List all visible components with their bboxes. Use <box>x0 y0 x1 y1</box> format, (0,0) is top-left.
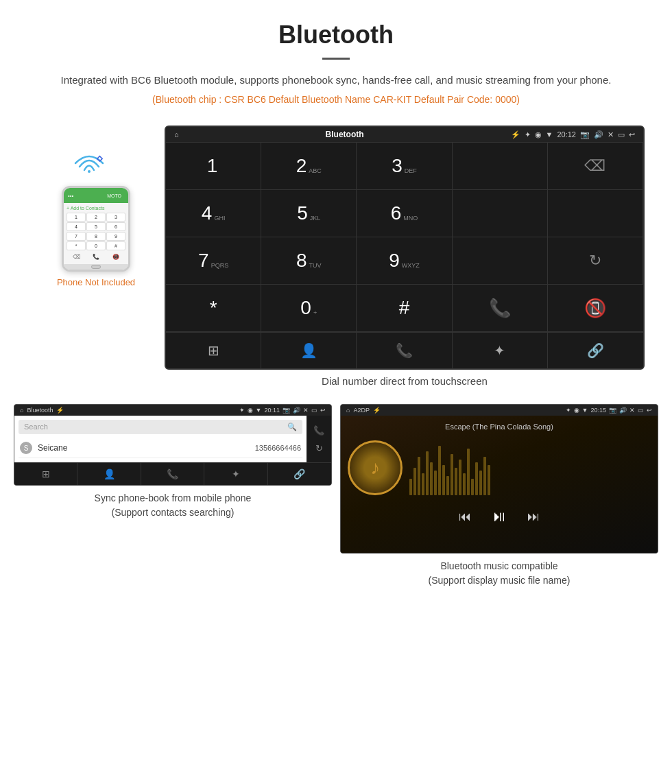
car-app-name: Bluetooth <box>326 130 364 139</box>
dial-call-green[interactable]: 📞 <box>453 285 548 332</box>
viz-bar-6 <box>430 462 433 495</box>
pb-tool-phone[interactable]: 📞 <box>141 463 204 485</box>
dial-key-0[interactable]: 0 + <box>261 285 357 332</box>
phone-end-btn-red: 📵 <box>112 254 119 260</box>
search-placeholder: Search <box>24 423 48 431</box>
pb-screen-icon: ▭ <box>311 407 317 414</box>
dial-key-9[interactable]: 9 WXYZ <box>357 237 452 285</box>
phonebook-search-bar[interactable]: Search 🔍 <box>19 420 302 434</box>
toolbar-link-btn[interactable]: 🔗 <box>548 333 643 368</box>
car-toolbar: ⊞ 👤 📞 ✦ 🔗 <box>166 332 643 368</box>
music-screenshot-item: ⌂ A2DP ⚡ ✦ ◉ ▼ 20:15 📷 🔊 ✕ ▭ ↩ E <box>340 404 658 588</box>
toolbar-grid-btn[interactable]: ⊞ <box>166 333 261 368</box>
search-icon: 🔍 <box>287 423 297 431</box>
viz-bar-10 <box>446 476 449 495</box>
phonebook-status-right: ✦ ◉ ▼ 20:11 📷 🔊 ✕ ▭ ↩ <box>239 407 326 414</box>
phonebook-sidebar: 📞 ↻ <box>307 416 331 462</box>
phonebook-toolbar: ⊞ 👤 📞 ✦ 🔗 <box>14 462 331 485</box>
phone-key-2: 2 <box>86 213 106 222</box>
phone-call-btn-green: 📞 <box>93 254 99 260</box>
home-icon[interactable]: ⌂ <box>174 130 179 139</box>
next-track-btn[interactable]: ⏭ <box>527 510 540 524</box>
music-usb-icon: ⚡ <box>373 407 381 414</box>
call-red-icon: 📵 <box>584 298 606 319</box>
music-screen-frame: ⌂ A2DP ⚡ ✦ ◉ ▼ 20:15 📷 🔊 ✕ ▭ ↩ E <box>340 404 658 554</box>
music-wifi-icon: ▼ <box>582 407 588 414</box>
car-status-right: ⚡ ✦ ◉ ▼ 20:12 📷 🔊 ✕ ▭ ↩ <box>511 130 635 139</box>
dial-num-7: 7 <box>198 250 209 272</box>
viz-bar-1 <box>409 479 412 495</box>
viz-bar-19 <box>483 457 486 495</box>
pb-home-icon[interactable]: ⌂ <box>20 407 23 414</box>
pb-close-icon[interactable]: ✕ <box>303 407 309 414</box>
phone-home-button <box>91 265 101 269</box>
pb-back-icon[interactable]: ↩ <box>320 407 326 414</box>
pb-tool-bt[interactable]: ✦ <box>204 463 267 485</box>
music-home-icon[interactable]: ⌂ <box>346 407 350 414</box>
dial-call-red[interactable]: 📵 <box>548 285 643 332</box>
phone-key-1: 1 <box>67 213 86 222</box>
close-icon[interactable]: ✕ <box>608 130 614 139</box>
music-close-icon[interactable]: ✕ <box>629 407 635 414</box>
sidebar-refresh-icon[interactable]: ↻ <box>315 443 323 453</box>
back-icon[interactable]: ↩ <box>629 130 635 139</box>
music-status-right: ✦ ◉ ▼ 20:15 📷 🔊 ✕ ▭ ↩ <box>566 407 652 414</box>
pb-tool-user[interactable]: 👤 <box>77 463 141 485</box>
viz-bar-14 <box>463 473 466 495</box>
dial-key-hash[interactable]: # <box>357 285 452 332</box>
toolbar-bluetooth-btn[interactable]: ✦ <box>453 333 548 368</box>
entry-name: Seicane <box>38 443 255 453</box>
phonebook-entry[interactable]: S Seicane 13566664466 <box>19 438 302 458</box>
music-screen-icon: ▭ <box>638 407 644 414</box>
dial-empty-4 <box>453 237 548 285</box>
pb-time: 20:11 <box>264 407 280 414</box>
phonebook-status-bar: ⌂ Bluetooth ⚡ ✦ ◉ ▼ 20:11 📷 🔊 ✕ ▭ ↩ <box>14 405 331 416</box>
wireless-icon: ⬦ <box>72 146 120 180</box>
viz-bar-8 <box>438 446 441 495</box>
sidebar-phone-icon[interactable]: 📞 <box>313 425 324 436</box>
prev-track-btn[interactable]: ⏮ <box>459 510 471 524</box>
pb-tool-link[interactable]: 🔗 <box>268 463 331 485</box>
music-back-icon[interactable]: ↩ <box>647 407 652 414</box>
dial-key-2[interactable]: 2 ABC <box>261 143 357 190</box>
pb-wifi-icon: ▼ <box>256 407 262 414</box>
toolbar-contacts-btn[interactable]: 👤 <box>261 333 357 368</box>
svg-point-0 <box>88 170 91 173</box>
dial-key-5[interactable]: 5 JKL <box>261 190 357 237</box>
dial-num-3: 3 <box>392 155 403 177</box>
music-visualizer <box>409 440 651 495</box>
car-status-bar: ⌂ Bluetooth ⚡ ✦ ◉ ▼ 20:12 📷 🔊 ✕ ▭ ↩ <box>166 127 643 142</box>
music-app-name: A2DP <box>353 407 370 414</box>
dial-key-1[interactable]: 1 <box>166 143 261 190</box>
viz-bar-2 <box>413 468 416 495</box>
dial-refresh[interactable]: ↻ <box>548 237 643 285</box>
play-pause-btn[interactable]: ⏯ <box>492 508 507 525</box>
dial-key-4[interactable]: 4 GHI <box>166 190 261 237</box>
car-screen: ⌂ Bluetooth ⚡ ✦ ◉ ▼ 20:12 📷 🔊 ✕ ▭ ↩ <box>165 126 645 370</box>
viz-bar-9 <box>442 465 445 495</box>
car-time: 20:12 <box>557 130 576 139</box>
phone-screen: + Add to Contacts 1 2 3 4 5 6 7 8 9 * 0 … <box>64 203 128 264</box>
dial-backspace[interactable]: ⌫ <box>548 143 643 190</box>
description-text: Integrated with BC6 Bluetooth module, su… <box>55 72 617 88</box>
car-dialpad: 1 2 ABC 3 DEF ⌫ 4 GHI <box>166 142 643 332</box>
music-caption: Bluetooth music compatible (Support disp… <box>340 559 658 588</box>
phone-key-8: 8 <box>86 232 106 241</box>
title-divider <box>322 58 350 60</box>
screen-icon[interactable]: ▭ <box>618 130 625 139</box>
header-section: Bluetooth Integrated with BC6 Bluetooth … <box>0 0 672 119</box>
music-time: 20:15 <box>590 407 606 414</box>
dial-key-6[interactable]: 6 MNO <box>357 190 452 237</box>
dial-key-7[interactable]: 7 PQRS <box>166 237 261 285</box>
dial-key-star[interactable]: * <box>166 285 261 332</box>
pb-tool-grid[interactable]: ⊞ <box>14 463 77 485</box>
toolbar-phone-btn[interactable]: 📞 <box>357 333 452 368</box>
volume-icon[interactable]: 🔊 <box>594 130 603 139</box>
phone-key-3: 3 <box>106 213 125 222</box>
phone-key-hash: # <box>106 241 125 250</box>
dial-key-3[interactable]: 3 DEF <box>357 143 452 190</box>
pb-usb-icon: ⚡ <box>56 407 64 414</box>
dial-key-8[interactable]: 8 TUV <box>261 237 357 285</box>
camera-icon[interactable]: 📷 <box>580 130 590 139</box>
pb-bt-icon: ✦ <box>239 407 245 414</box>
